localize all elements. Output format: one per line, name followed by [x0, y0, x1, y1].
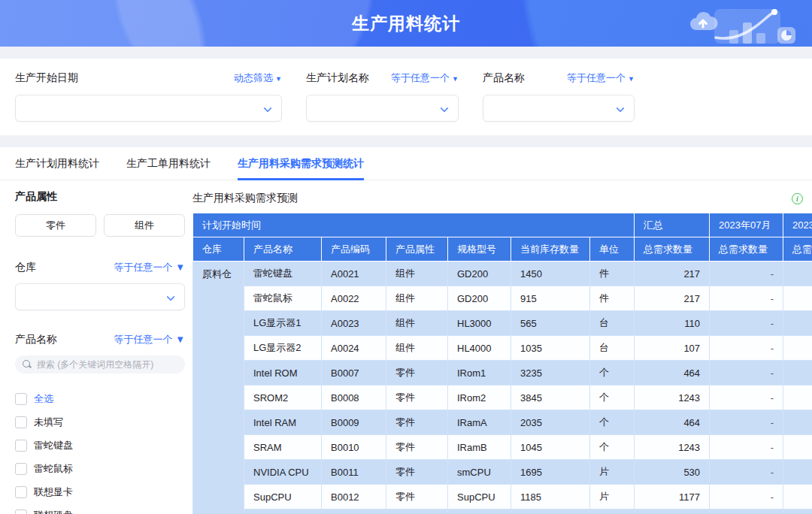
table-row[interactable]: 雷蛇鼠标A0022组件GD200915件217- — [193, 286, 812, 311]
filter-label-plan-name: 生产计划名称 — [306, 71, 369, 85]
col-total-demand: 总需求数量 — [635, 237, 710, 262]
checkbox-lenovo-hdd[interactable]: 联想硬盘 — [15, 503, 185, 514]
filter-label-start-date: 生产开始日期 — [15, 71, 78, 85]
checkbox-icon[interactable] — [15, 463, 27, 475]
table-row-partial — [193, 509, 812, 514]
checkbox-icon[interactable] — [15, 486, 27, 498]
start-date-select[interactable] — [15, 95, 282, 122]
main-panel: 生产计划用料统计 生产工单用料统计 生产用料采购需求预测统计 产品属性 零件 组… — [0, 147, 812, 514]
col-month1-demand: 总需求数量 — [710, 237, 783, 262]
product-checkbox-list: 全选 未填写 雷蛇键盘 雷蛇鼠标 联想显卡 联想硬盘 联想主板 — [15, 387, 185, 514]
col-group-month-next: 2023年0 — [783, 213, 812, 237]
warehouse-condition-link[interactable]: 等于任意一个 ▼ — [114, 261, 185, 274]
page-banner: 生产用料统计 — [0, 0, 812, 47]
checkbox-not-filled[interactable]: 未填写 — [15, 410, 185, 434]
chevron-down-icon — [166, 292, 174, 301]
product-search-input[interactable] — [37, 359, 177, 370]
col-stock: 当前库存数量 — [511, 237, 590, 262]
tab-plan-material-stats[interactable]: 生产计划用料统计 — [15, 147, 99, 180]
chevron-down-icon — [616, 104, 624, 112]
filter-group-plan-name: 生产计划名称 等于任意一个▼ — [306, 71, 459, 122]
table-row[interactable]: Intel RAMB0009零件IRamA2035个464- — [193, 410, 812, 435]
plan-name-select[interactable] — [306, 95, 459, 122]
attribute-button-components[interactable]: 组件 — [104, 214, 185, 237]
table-title: 生产用料采购需求预测 — [192, 192, 298, 205]
tab-purchase-forecast-stats[interactable]: 生产用料采购需求预测统计 — [238, 147, 364, 180]
table-row[interactable]: LG显示器1A0023组件HL3000565台110- — [193, 311, 812, 336]
col-product-code: 产品编码 — [322, 237, 386, 262]
warehouse-select[interactable] — [15, 283, 185, 310]
warehouse-label: 仓库 — [15, 261, 36, 274]
caret-down-icon: ▼ — [452, 75, 459, 83]
col-group-plan-start-time: 计划开始时间 — [193, 213, 635, 237]
banner-analytics-decoration — [686, 5, 798, 44]
caret-down-icon: ▼ — [628, 75, 635, 83]
col-warehouse: 仓库 — [193, 237, 244, 262]
sidebar-product-name-label: 产品名称 — [15, 333, 57, 346]
table-row[interactable]: SROM2B0008零件IRom23845个1243- — [193, 386, 812, 410]
search-icon — [23, 360, 32, 370]
tab-workorder-material-stats[interactable]: 生产工单用料统计 — [126, 147, 211, 180]
info-icon[interactable]: i — [792, 193, 803, 204]
warehouse-cell: 原料仓 — [193, 262, 244, 514]
forecast-table-section: 生产用料采购需求预测 i 计划开始时间 汇总 2023年07月 2023年0 — [192, 180, 812, 514]
col-product-attr: 产品属性 — [386, 237, 448, 262]
product-name-condition-link[interactable]: 等于任意一个▼ — [567, 71, 635, 85]
table-row[interactable]: SupCPUB0012零件SupCPU1185片1177- — [193, 485, 812, 509]
tab-bar: 生产计划用料统计 生产工单用料统计 生产用料采购需求预测统计 — [0, 147, 812, 180]
table-row[interactable]: SRAMB0010零件IRamB1045个1243- — [193, 435, 812, 460]
table-row[interactable]: 原料仓 雷蛇键盘A0021组件GD2001450件217- — [193, 262, 812, 286]
col-month2-demand: 总需求数 — [783, 237, 812, 262]
table-row[interactable]: LG显示器2A0024组件HL40001035台107- — [193, 336, 812, 361]
filter-group-product-name: 产品名称 等于任意一个▼ — [483, 71, 635, 122]
filter-label-product-name: 产品名称 — [483, 71, 525, 85]
chevron-down-icon — [263, 104, 271, 112]
table-header-row: 仓库 产品名称 产品编码 产品属性 规格型号 当前库存数量 单位 总需求数量 总… — [193, 237, 812, 262]
filter-sidebar: 产品属性 零件 组件 仓库 等于任意一个 ▼ 产品名称 等于任意一个 ▼ 全选 … — [15, 180, 185, 514]
checkbox-icon[interactable] — [15, 509, 27, 514]
sidebar-product-name-condition-link[interactable]: 等于任意一个 ▼ — [114, 333, 185, 346]
checkbox-icon[interactable] — [15, 416, 27, 428]
dynamic-filter-link[interactable]: 动态筛选▼ — [234, 71, 282, 85]
product-attribute-title: 产品属性 — [15, 190, 185, 204]
forecast-table: 计划开始时间 汇总 2023年07月 2023年0 仓库 产品名称 产品编码 产… — [192, 213, 812, 514]
col-product-name: 产品名称 — [244, 237, 322, 262]
filter-group-start-date: 生产开始日期 动态筛选▼ — [15, 71, 282, 122]
table-row[interactable]: Intel ROMB0007零件IRom13235个464- — [193, 361, 812, 386]
checkbox-razer-keyboard[interactable]: 雷蛇键盘 — [15, 434, 185, 457]
table-group-header-row: 计划开始时间 汇总 2023年07月 2023年0 — [193, 213, 812, 237]
product-name-select[interactable] — [483, 95, 635, 122]
checkbox-lenovo-gpu[interactable]: 联想显卡 — [15, 480, 185, 503]
col-group-month-jul: 2023年07月 — [710, 213, 783, 237]
chevron-down-icon — [440, 104, 448, 112]
checkbox-icon[interactable] — [15, 393, 27, 405]
cloud-upload-icon — [690, 12, 718, 30]
checkbox-icon[interactable] — [15, 440, 27, 452]
checkbox-razer-mouse[interactable]: 雷蛇鼠标 — [15, 457, 185, 480]
col-spec: 规格型号 — [448, 237, 511, 262]
page-title: 生产用料统计 — [352, 12, 460, 35]
col-unit: 单位 — [590, 237, 635, 262]
checkbox-select-all[interactable]: 全选 — [15, 387, 185, 410]
col-group-summary: 汇总 — [635, 213, 710, 237]
pie-chart-icon — [777, 27, 795, 44]
plan-name-condition-link[interactable]: 等于任意一个▼ — [391, 71, 459, 85]
table-row[interactable]: NVIDIA CPUB0011零件smCPU1695片530- — [193, 460, 812, 485]
attribute-button-parts[interactable]: 零件 — [15, 214, 96, 237]
product-search-box — [15, 355, 185, 373]
caret-down-icon: ▼ — [275, 75, 282, 83]
filter-panel: 生产开始日期 动态筛选▼ 生产计划名称 等于任意一个▼ 产品名称 等于任意一个▼ — [0, 59, 812, 135]
